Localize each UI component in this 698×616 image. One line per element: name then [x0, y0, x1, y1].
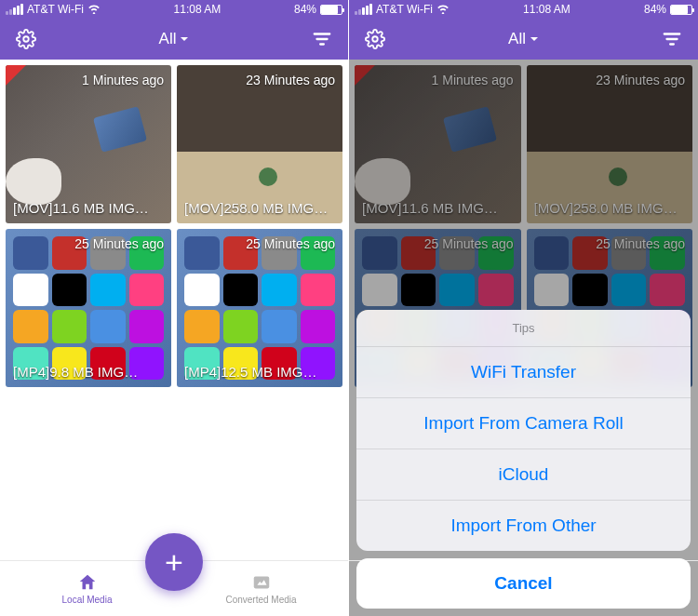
- signal-icon: [6, 4, 23, 15]
- sheet-option-icloud[interactable]: iCloud: [356, 449, 691, 501]
- media-item[interactable]: 23 Minutes ago [MOV]258.0 MB IMG…: [177, 65, 342, 223]
- gear-icon: [365, 29, 385, 49]
- home-icon: [77, 572, 98, 593]
- filter-dropdown[interactable]: All: [508, 30, 539, 48]
- svg-rect-4: [253, 577, 269, 589]
- battery-percent: 84%: [644, 3, 666, 16]
- media-item[interactable]: 25 Minutes ago [MP4]9.8 MB IMG…: [6, 229, 171, 387]
- media-item[interactable]: 25 Minutes ago [MP4]12.5 MB IMG…: [177, 229, 342, 387]
- svg-point-5: [372, 36, 378, 42]
- action-sheet: Tips WiFi Transfer Import From Camera Ro…: [356, 310, 691, 609]
- media-item[interactable]: 1 Minutes ago [MOV]11.6 MB IMG…: [6, 65, 171, 223]
- sort-button[interactable]: [309, 26, 335, 52]
- action-sheet-options: Tips WiFi Transfer Import From Camera Ro…: [356, 310, 691, 551]
- svg-point-0: [23, 36, 29, 42]
- carrier-label: AT&T Wi-Fi: [376, 3, 433, 16]
- action-sheet-title: Tips: [356, 310, 691, 347]
- plus-icon: +: [165, 544, 183, 581]
- filter-icon: [662, 29, 682, 49]
- sort-button[interactable]: [659, 26, 685, 52]
- gear-icon: [16, 29, 36, 49]
- media-name: [MOV]11.6 MB IMG…: [13, 200, 164, 216]
- tab-converted-media[interactable]: Converted Media: [215, 572, 308, 605]
- toolbar: All: [349, 19, 698, 60]
- tab-local-media[interactable]: Local Media: [41, 572, 134, 605]
- filter-label: All: [159, 30, 177, 48]
- settings-button[interactable]: [362, 26, 388, 52]
- media-name: [MP4]9.8 MB IMG…: [13, 364, 164, 380]
- sheet-option-other[interactable]: Import From Other: [356, 501, 691, 551]
- carrier-label: AT&T Wi-Fi: [27, 3, 84, 16]
- media-name: [MOV]258.0 MB IMG…: [184, 200, 335, 216]
- sheet-option-camera-roll[interactable]: Import From Camera Roll: [356, 398, 691, 449]
- chevron-down-icon: [530, 34, 539, 44]
- tab-label: Converted Media: [225, 595, 296, 605]
- phone-screen-right: AT&T Wi-Fi 11:08 AM 84% All 1: [349, 0, 698, 616]
- toolbar: All: [0, 19, 348, 60]
- media-time: 25 Minutes ago: [74, 236, 164, 251]
- battery-icon: [670, 5, 692, 15]
- settings-button[interactable]: [13, 26, 39, 52]
- add-button[interactable]: +: [145, 533, 203, 591]
- wifi-icon: [87, 5, 101, 14]
- status-bar: AT&T Wi-Fi 11:08 AM 84%: [0, 0, 348, 19]
- status-time: 11:08 AM: [523, 3, 570, 16]
- wifi-icon: [436, 5, 450, 14]
- media-time: 25 Minutes ago: [246, 236, 335, 251]
- filter-icon: [312, 29, 332, 49]
- battery-icon: [320, 5, 342, 15]
- media-grid: 1 Minutes ago [MOV]11.6 MB IMG… 23 Minut…: [0, 60, 348, 560]
- bottom-tab-bar: Local Media + Converted Media: [0, 560, 348, 616]
- filter-dropdown[interactable]: All: [159, 30, 190, 48]
- media-time: 23 Minutes ago: [246, 73, 335, 87]
- image-icon: [251, 572, 272, 593]
- status-bar: AT&T Wi-Fi 11:08 AM 84%: [349, 0, 698, 19]
- status-time: 11:08 AM: [174, 3, 221, 16]
- app-header: AT&T Wi-Fi 11:08 AM 84% All: [0, 0, 348, 60]
- signal-icon: [355, 4, 372, 15]
- chevron-down-icon: [180, 34, 189, 44]
- new-badge: [6, 65, 26, 86]
- tab-label: Local Media: [62, 595, 113, 605]
- sheet-cancel-button[interactable]: Cancel: [356, 558, 691, 609]
- media-name: [MP4]12.5 MB IMG…: [184, 364, 335, 380]
- sheet-option-wifi-transfer[interactable]: WiFi Transfer: [356, 347, 691, 398]
- phone-screen-left: AT&T Wi-Fi 11:08 AM 84% All 1: [0, 0, 349, 616]
- battery-percent: 84%: [294, 3, 316, 16]
- filter-label: All: [508, 30, 526, 48]
- app-header: AT&T Wi-Fi 11:08 AM 84% All: [349, 0, 698, 60]
- media-time: 1 Minutes ago: [82, 73, 164, 87]
